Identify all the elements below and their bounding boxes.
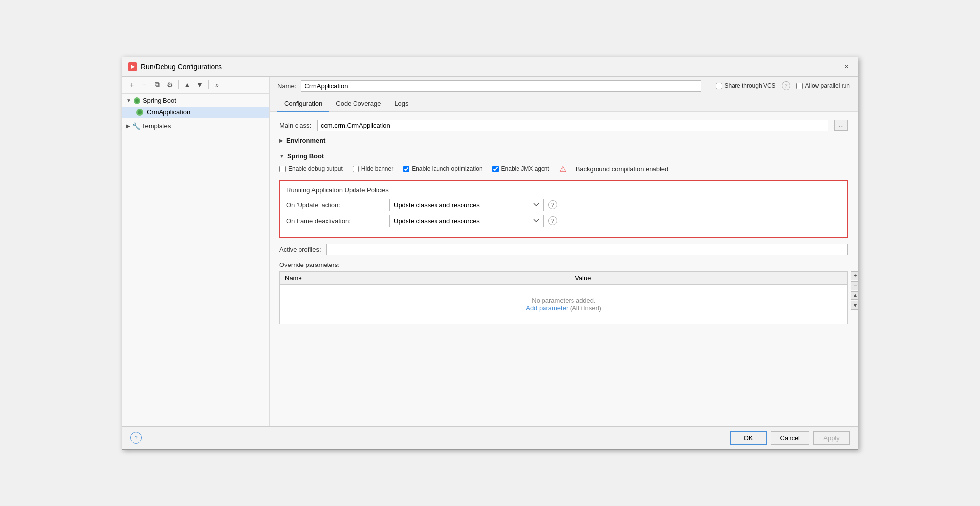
run-debug-dialog: ▶ Run/Debug Configurations × + − ⧉ ⚙ ▲ ▼… — [122, 57, 858, 450]
enable-launch-opt-text: Enable launch optimization — [412, 165, 482, 172]
table-header-name: Name — [280, 271, 570, 284]
tab-configuration[interactable]: Configuration — [277, 96, 329, 112]
crm-application-label: CrmApplication — [147, 108, 190, 116]
ok-button[interactable]: OK — [730, 431, 767, 445]
enable-jmx-text: Enable JMX agent — [501, 165, 549, 172]
table-side-buttons: + − ▲ ▼ — [851, 271, 858, 310]
table-down-button[interactable]: ▼ — [851, 301, 858, 310]
share-vcs-label[interactable]: Share through VCS — [716, 82, 776, 89]
on-update-select-wrapper: Update classes and resources Update clas… — [389, 199, 544, 211]
active-profiles-row: Active profiles: — [279, 244, 848, 255]
parallel-run-label[interactable]: Allow parallel run — [796, 82, 850, 89]
environment-title: Environment — [286, 137, 325, 144]
share-help-icon[interactable]: ? — [782, 81, 790, 90]
environment-chevron-icon: ▶ — [279, 138, 283, 143]
spring-boot-group-icon — [133, 97, 141, 105]
warning-icon: ⚠ — [559, 164, 566, 174]
dialog-title: Run/Debug Configurations — [141, 63, 222, 71]
environment-header[interactable]: ▶ Environment — [279, 137, 848, 144]
sidebar-spring-boot-group: ▼ Spring Boot CrmApplication — [122, 94, 269, 119]
settings-config-button[interactable]: ⚙ — [164, 80, 175, 90]
help-button[interactable]: ? — [130, 432, 142, 444]
templates-group-label: Templates — [142, 122, 171, 130]
checkboxes-row: Enable debug output Hide banner Enable l… — [279, 164, 848, 174]
add-param-link[interactable]: Add parameter — [526, 304, 568, 312]
name-label: Name: — [277, 82, 296, 90]
spring-boot-group-header[interactable]: ▼ Spring Boot — [122, 95, 269, 107]
on-frame-select[interactable]: Update classes and resources Update clas… — [389, 215, 544, 227]
on-update-label: On 'Update' action: — [286, 201, 384, 209]
crm-application-icon — [136, 108, 144, 116]
enable-jmx-checkbox[interactable] — [492, 166, 499, 172]
title-bar: ▶ Run/Debug Configurations × — [122, 57, 858, 77]
enable-launch-opt-checkbox[interactable] — [403, 166, 409, 172]
sidebar: + − ⧉ ⚙ ▲ ▼ » ▼ Spring Boot — [122, 77, 270, 426]
templates-group-header[interactable]: ▶ 🔧 Templates — [122, 120, 269, 132]
tab-code-coverage[interactable]: Code Coverage — [329, 96, 387, 112]
hide-banner-label[interactable]: Hide banner — [353, 165, 393, 172]
hide-banner-text: Hide banner — [361, 165, 393, 172]
enable-debug-text: Enable debug output — [288, 165, 343, 172]
toolbar-divider — [178, 80, 179, 89]
spring-boot-section: ▼ Spring Boot Enable debug output Hide b… — [279, 152, 848, 324]
move-down-button[interactable]: ▼ — [194, 80, 205, 90]
override-params-label: Override parameters: — [279, 261, 848, 268]
hide-banner-checkbox[interactable] — [353, 166, 359, 172]
table-remove-button[interactable]: − — [851, 281, 858, 290]
parallel-run-checkbox[interactable] — [796, 83, 803, 89]
enable-jmx-label[interactable]: Enable JMX agent — [492, 165, 549, 172]
config-panel: Main class: ... ▶ Environment ▼ Spring B… — [270, 112, 858, 426]
table-add-button[interactable]: + — [851, 271, 858, 280]
on-frame-help-icon[interactable]: ? — [548, 216, 557, 225]
move-up-button[interactable]: ▲ — [182, 80, 192, 90]
tab-logs[interactable]: Logs — [387, 96, 415, 112]
main-class-input[interactable] — [317, 120, 828, 131]
right-panel: Name: Share through VCS ? Allow parallel… — [270, 77, 858, 426]
close-button[interactable]: × — [842, 61, 852, 72]
tabs-bar: Configuration Code Coverage Logs — [270, 96, 858, 112]
cancel-button[interactable]: Cancel — [771, 431, 809, 445]
override-params-section: Override parameters: Name Value — [279, 261, 848, 324]
sidebar-item-crm-application[interactable]: CrmApplication — [122, 107, 269, 118]
table-header-value: Value — [570, 271, 848, 284]
spring-boot-group-label: Spring Boot — [143, 97, 176, 104]
spring-boot-chevron-icon: ▼ — [279, 153, 284, 159]
main-class-row: Main class: ... — [279, 120, 848, 131]
environment-section: ▶ Environment — [279, 137, 848, 144]
add-param-shortcut: (Alt+Insert) — [570, 304, 601, 312]
on-update-select[interactable]: Update classes and resources Update clas… — [389, 199, 544, 211]
on-frame-select-wrapper: Update classes and resources Update clas… — [389, 215, 544, 227]
name-bar-right: Share through VCS ? Allow parallel run — [716, 81, 850, 90]
sidebar-templates-group: ▶ 🔧 Templates — [122, 119, 269, 133]
chevron-right-icon: ▶ — [126, 123, 130, 129]
chevron-down-icon: ▼ — [126, 98, 131, 103]
enable-launch-opt-label[interactable]: Enable launch optimization — [403, 165, 482, 172]
empty-table-message: No parameters added. Add parameter (Alt+… — [285, 287, 843, 321]
share-vcs-checkbox[interactable] — [716, 83, 722, 89]
apply-button[interactable]: Apply — [813, 431, 850, 445]
running-app-policies-box: Running Application Update Policies On '… — [279, 180, 848, 238]
name-input[interactable] — [301, 80, 701, 92]
toolbar-divider2 — [208, 80, 209, 89]
on-update-help-icon[interactable]: ? — [548, 200, 557, 209]
spring-boot-header[interactable]: ▼ Spring Boot — [279, 152, 848, 160]
running-app-title: Running Application Update Policies — [286, 186, 841, 194]
dialog-footer: ? OK Cancel Apply — [122, 426, 858, 449]
active-profiles-input[interactable] — [326, 244, 848, 255]
spring-boot-section-title: Spring Boot — [287, 152, 324, 160]
title-bar-left: ▶ Run/Debug Configurations — [128, 62, 222, 71]
background-compilation-label: Background compilation enabled — [576, 165, 669, 173]
on-frame-label: On frame deactivation: — [286, 217, 384, 225]
main-class-browse-button[interactable]: ... — [834, 120, 848, 131]
templates-icon: 🔧 — [132, 122, 140, 130]
remove-config-button[interactable]: − — [139, 80, 150, 90]
add-config-button[interactable]: + — [126, 80, 137, 90]
more-button[interactable]: » — [212, 80, 222, 90]
copy-config-button[interactable]: ⧉ — [152, 80, 163, 90]
params-table: Name Value No parameters added. — [279, 271, 848, 324]
main-class-label: Main class: — [279, 122, 311, 129]
table-up-button[interactable]: ▲ — [851, 291, 858, 300]
enable-debug-checkbox[interactable] — [279, 166, 286, 172]
enable-debug-label[interactable]: Enable debug output — [279, 165, 343, 172]
params-table-wrapper: Name Value No parameters added. — [279, 271, 848, 324]
